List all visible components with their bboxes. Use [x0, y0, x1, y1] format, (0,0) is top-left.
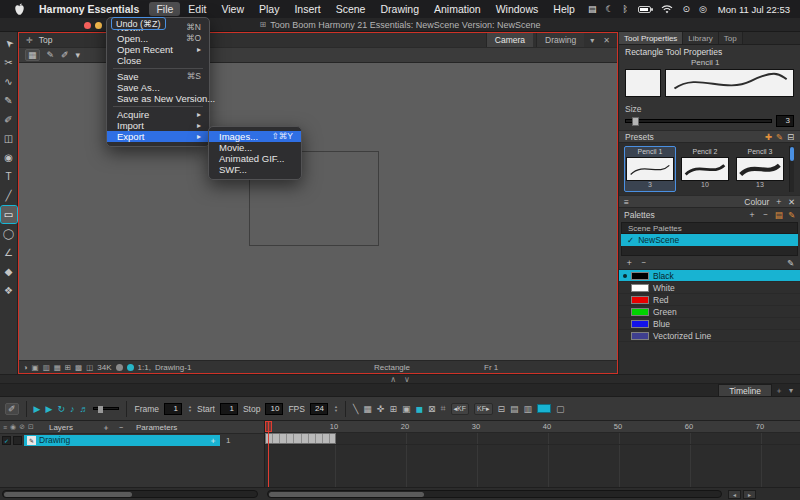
text-tool-icon[interactable]: T — [1, 168, 17, 185]
red-swatch[interactable] — [631, 296, 649, 304]
size-slider-handle[interactable] — [632, 117, 639, 126]
show-hide-icon[interactable]: ◉ — [10, 423, 16, 431]
centre-on-selection-icon[interactable]: ⌗ — [441, 403, 446, 414]
bluetooth-icon[interactable]: ᛒ — [619, 4, 632, 14]
menubar-clock[interactable]: Mon 11 Jul 22:53 — [718, 4, 790, 15]
expand-layers-icon[interactable]: ≡ — [3, 424, 7, 431]
light-table-icon[interactable]: ◑ — [23, 363, 28, 372]
layer-enable-checkbox[interactable]: ✓ — [2, 436, 11, 445]
menu-item-export[interactable]: Export ▸ — [107, 131, 209, 142]
menu-item-save[interactable]: Save ⌘S — [107, 71, 209, 82]
show-data-view-icon[interactable]: ▦ — [363, 404, 372, 414]
ellipse-tool-icon[interactable]: ◯ — [1, 225, 17, 242]
eraser-tool-icon[interactable]: ◫ — [1, 130, 17, 147]
tab-camera[interactable]: Camera — [486, 33, 533, 47]
detach-colour-view-icon[interactable]: ＋ — [774, 196, 783, 208]
timeline-options-icon[interactable]: ✐ — [5, 403, 19, 415]
exposure-row-drawing[interactable] — [265, 433, 800, 445]
brush-tool-icon[interactable]: ✐ — [1, 111, 17, 128]
scroll-right-button[interactable]: ▸ — [743, 490, 756, 499]
toolbar-chevron-icon[interactable]: ▾ — [76, 50, 81, 60]
timeline-add-view-icon[interactable]: ＋ — [772, 384, 786, 396]
pencil-line-icon[interactable]: ✎ — [47, 50, 55, 60]
duplicate-drawing-icon[interactable]: ▤ — [510, 404, 519, 414]
sound-scrub-icon[interactable]: ♬ — [79, 404, 88, 414]
menu-item-acquire[interactable]: Acquire ▸ — [107, 109, 209, 120]
menubar-edit[interactable]: Edit — [181, 2, 213, 16]
menu-item-import[interactable]: Import ▸ — [107, 120, 209, 131]
remove-layer-button[interactable]: － — [115, 422, 127, 433]
menu-item-export-images[interactable]: Images... ⇧⌘Y — [209, 131, 301, 142]
sound-icon[interactable]: ♪ — [70, 404, 75, 414]
rectangle-tool-icon[interactable]: ▭ — [1, 206, 17, 223]
colour-menu-icon[interactable]: ≡ — [624, 197, 629, 207]
menu-item-export-movie[interactable]: Movie... — [209, 142, 301, 153]
close-window-button[interactable] — [84, 22, 91, 29]
tab-top[interactable]: Top — [719, 32, 743, 44]
menu-item-open-recent[interactable]: Open Recent ▸ — [107, 44, 209, 55]
edit-colour-icon[interactable]: ✎ — [787, 258, 794, 268]
presets-scrollbar[interactable] — [789, 146, 794, 192]
view-menu-chevron-icon[interactable]: ▾ — [587, 36, 597, 45]
solo-mode-icon[interactable]: ▣ — [402, 404, 411, 414]
blue-swatch[interactable] — [631, 320, 649, 328]
pencil-tool-icon[interactable]: ✎ — [1, 92, 17, 109]
current-colour-box[interactable] — [537, 404, 551, 413]
collapse-down-icon[interactable]: ∨ — [404, 376, 410, 383]
layers-hscrollbar[interactable] — [2, 490, 258, 498]
menubar-insert[interactable]: Insert — [287, 2, 327, 16]
apple-menu-icon[interactable] — [10, 3, 29, 16]
empty-cell-icon[interactable]: ▢ — [556, 404, 565, 414]
delete-layer-icon[interactable]: ⊠ — [428, 404, 436, 414]
colour-tab-label[interactable]: Colour — [744, 197, 769, 207]
swatch-row-red[interactable]: Red — [619, 294, 800, 306]
do-not-disturb-icon[interactable]: ☾ — [601, 4, 617, 14]
line-tool-icon[interactable]: ╱ — [1, 187, 17, 204]
loop-icon[interactable]: ↻ — [57, 404, 65, 414]
size-value-field[interactable]: 3 — [776, 115, 794, 127]
volume-slider-handle[interactable] — [98, 406, 103, 413]
brush-line-icon[interactable]: ✐ — [61, 50, 69, 60]
stop-field[interactable]: 10 — [265, 403, 283, 415]
volume-slider[interactable] — [93, 407, 119, 410]
play-icon[interactable]: ▶ — [45, 404, 52, 414]
white-swatch[interactable] — [631, 284, 649, 292]
add-peg-icon[interactable]: ⊞ — [389, 404, 397, 414]
preset-pencil-1[interactable]: Pencil 1 3 — [624, 146, 676, 192]
lock-icon[interactable]: ⊘ — [19, 423, 25, 431]
tab-timeline[interactable]: Timeline — [718, 384, 772, 396]
grid-status-icon[interactable]: ▦ — [54, 363, 61, 372]
new-preset-icon[interactable]: ✚ — [765, 132, 772, 142]
link-palette-icon[interactable]: ▤ — [775, 210, 783, 220]
collapse-up-icon[interactable]: ∧ — [390, 376, 396, 383]
black-swatch[interactable] — [631, 272, 649, 280]
swatch-row-green[interactable]: Green — [619, 306, 800, 318]
playhead-line[interactable] — [268, 421, 269, 487]
app-menu-title[interactable]: Harmony Essentials — [32, 2, 146, 16]
render-play-icon[interactable]: ▶ — [34, 404, 41, 414]
grid-icon[interactable]: ▦ — [25, 49, 40, 61]
transform-icon[interactable]: ✜ — [377, 404, 385, 414]
frame-spinner[interactable]: ▲▼ — [188, 405, 192, 413]
frame-field[interactable]: 1 — [164, 403, 182, 415]
start-field[interactable]: 1 — [220, 403, 238, 415]
wifi-icon[interactable] — [657, 5, 677, 14]
add-palette-icon[interactable]: ＋ — [748, 209, 757, 221]
rename-preset-icon[interactable]: ✎ — [776, 132, 783, 142]
scroll-left-button[interactable]: ◂ — [728, 490, 741, 499]
fps-spinner[interactable]: ▲▼ — [334, 405, 338, 413]
menu-item-open[interactable]: Open... ⌘O — [107, 33, 209, 44]
underlay-icon[interactable]: ▥ — [43, 363, 50, 372]
remove-palette-icon[interactable]: － — [761, 209, 770, 221]
menubar-help[interactable]: Help — [546, 2, 582, 16]
outline-mode-icon[interactable]: ⊞ — [65, 363, 71, 372]
green-swatch[interactable] — [631, 308, 649, 316]
control-center-icon[interactable]: ⊙ — [678, 4, 694, 14]
next-keyframe-button[interactable]: KF▸ — [474, 403, 492, 415]
panel-splitter[interactable]: ∧ ∨ — [0, 374, 800, 384]
layer-lock-checkbox[interactable] — [13, 436, 22, 445]
delete-preset-icon[interactable]: ⊟ — [787, 132, 794, 142]
layer-bar-drawing[interactable]: ✎ Drawing ＋ — [24, 435, 220, 446]
layer-row-drawing[interactable]: ✓ ✎ Drawing ＋ 1 — [0, 434, 264, 446]
menubar-file[interactable]: File — [149, 2, 180, 16]
